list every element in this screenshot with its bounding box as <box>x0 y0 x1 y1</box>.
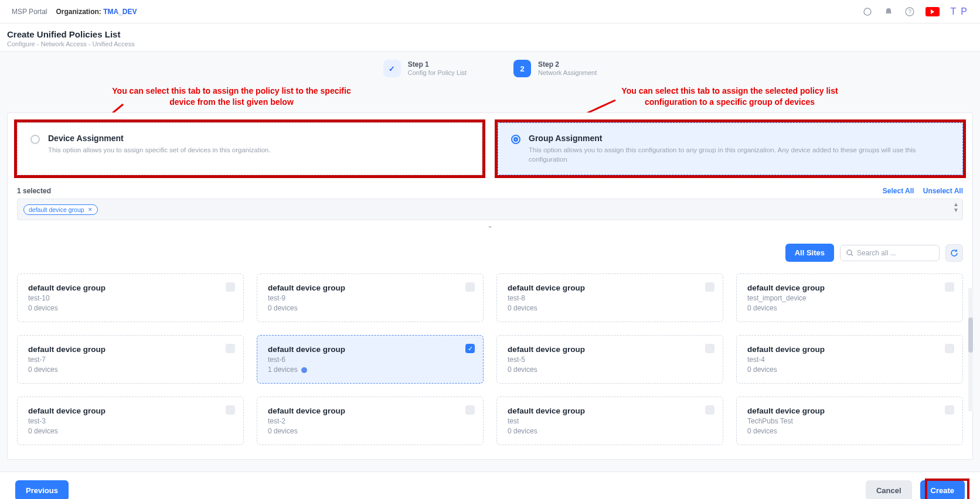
group-checkbox[interactable] <box>465 405 475 415</box>
selection-count: 1 selected <box>17 187 51 195</box>
stepper: ✓ Step 1 Config for Policy List 2 Step 2… <box>7 52 973 82</box>
group-card[interactable]: default device grouptest-90 devices <box>257 274 484 322</box>
all-sites-button[interactable]: All Sites <box>785 244 834 262</box>
group-sub: test-10 <box>28 294 233 302</box>
group-sub: test-4 <box>747 356 952 364</box>
group-name: default device group <box>28 406 233 415</box>
step-1[interactable]: ✓ Step 1 Config for Policy List <box>383 60 467 77</box>
group-card[interactable]: default device grouptest-61 devices✓ <box>257 335 484 384</box>
spinner-down-icon[interactable]: ▼ <box>953 207 959 213</box>
topbar: MSP Portal Organization: TMA_DEV ? T P <box>0 0 980 23</box>
device-assignment-card[interactable]: Device Assignment This option allows you… <box>17 122 482 175</box>
previous-button[interactable]: Previous <box>15 480 69 499</box>
circle-icon[interactable] <box>862 6 873 17</box>
group-name: default device group <box>28 345 233 354</box>
group-card[interactable]: default device grouptest-50 devices <box>496 335 723 384</box>
group-card[interactable]: default device grouptest-40 devices <box>736 335 963 384</box>
step1-name: Step 1 <box>408 60 467 69</box>
step1-desc: Config for Policy List <box>408 69 467 77</box>
group-device-count: 0 devices <box>747 365 952 374</box>
group-name: default device group <box>268 406 472 415</box>
group-checkbox[interactable] <box>226 405 235 415</box>
group-checkbox[interactable] <box>705 405 714 415</box>
group-name: default device group <box>508 406 712 415</box>
device-assignment-desc: This option allows you to assign specifi… <box>48 145 271 155</box>
youtube-icon[interactable] <box>925 7 940 16</box>
group-sub: test-6 <box>268 356 472 364</box>
page-header: Create Unified Policies List Configure -… <box>0 23 980 52</box>
group-name: default device group <box>508 345 712 354</box>
selected-chip[interactable]: default device group ✕ <box>23 204 98 215</box>
chevron-down-icon[interactable]: ⌄ <box>17 221 963 230</box>
radio-icon[interactable] <box>511 135 520 144</box>
group-checkbox[interactable]: ✓ <box>465 344 475 353</box>
footer: Previous Cancel Create <box>0 471 980 499</box>
group-assignment-title: Group Assignment <box>529 134 950 143</box>
crumb-network-access[interactable]: Network Access <box>40 40 86 47</box>
cancel-button[interactable]: Cancel <box>866 480 912 499</box>
svg-line-6 <box>851 254 853 256</box>
breadcrumb: Configure - Network Access - Unified Acc… <box>7 40 973 47</box>
selected-chip-bar[interactable]: default device group ✕ ▲ ▼ <box>17 199 963 220</box>
group-sub: test-7 <box>28 356 233 364</box>
step-2[interactable]: 2 Step 2 Network Assignment <box>513 60 597 77</box>
group-card[interactable]: default device grouptest-30 devices <box>17 397 244 445</box>
page-title: Create Unified Policies List <box>7 29 973 39</box>
bell-icon[interactable] <box>883 6 894 17</box>
group-assignment-card[interactable]: Group Assignment This option allows you … <box>498 122 963 175</box>
annotation-left: You can select this tab to assign the po… <box>108 86 355 108</box>
group-checkbox[interactable] <box>705 344 714 353</box>
search-input[interactable]: Search all ... <box>840 245 940 261</box>
group-card[interactable]: default device grouptest-100 devices <box>17 274 244 322</box>
group-sub: test-8 <box>508 294 712 302</box>
group-sub: test-9 <box>268 294 472 302</box>
group-device-count: 0 devices <box>28 365 233 374</box>
group-checkbox[interactable] <box>226 282 235 292</box>
group-name: default device group <box>747 345 952 354</box>
group-device-count: 0 devices <box>747 427 952 435</box>
chip-close-icon[interactable]: ✕ <box>88 207 93 213</box>
crumb-unified-access[interactable]: Unified Access <box>93 40 135 47</box>
search-placeholder: Search all ... <box>857 249 896 257</box>
group-checkbox[interactable] <box>945 405 954 415</box>
group-sub: test-5 <box>508 356 712 364</box>
org-label: Organization: <box>56 8 101 16</box>
refresh-button[interactable] <box>945 244 963 262</box>
device-assignment-title: Device Assignment <box>48 134 271 143</box>
scroll-thumb[interactable] <box>968 317 973 353</box>
group-card[interactable]: default device grouptest-70 devices <box>17 335 244 384</box>
group-device-count: 0 devices <box>508 427 712 435</box>
group-card[interactable]: default device grouptest_import_device0 … <box>736 274 963 322</box>
user-initials[interactable]: T P <box>950 6 968 17</box>
group-device-count: 0 devices <box>28 304 233 312</box>
group-checkbox[interactable] <box>945 344 954 353</box>
radio-icon[interactable] <box>30 135 40 144</box>
group-device-count: 0 devices <box>747 304 952 312</box>
svg-point-5 <box>847 250 852 255</box>
select-all-link[interactable]: Select All <box>883 187 914 195</box>
unselect-all-link[interactable]: Unselect All <box>923 187 963 195</box>
group-device-count: 0 devices <box>508 304 712 312</box>
group-name: default device group <box>508 283 712 292</box>
svg-point-0 <box>864 8 871 15</box>
group-card[interactable]: default device grouptest-20 devices <box>257 397 484 445</box>
help-icon[interactable]: ? <box>904 6 915 17</box>
group-card[interactable]: default device grouptest-80 devices <box>496 274 723 322</box>
svg-text:?: ? <box>908 9 912 15</box>
group-checkbox[interactable] <box>705 282 714 292</box>
group-checkbox[interactable] <box>226 344 235 353</box>
group-checkbox[interactable] <box>465 282 475 292</box>
crumb-configure[interactable]: Configure <box>7 40 35 47</box>
group-name: default device group <box>747 406 952 415</box>
group-device-count: 0 devices <box>28 427 233 435</box>
step2-desc: Network Assignment <box>538 69 597 77</box>
org-value[interactable]: TMA_DEV <box>103 8 137 16</box>
group-checkbox[interactable] <box>945 282 954 292</box>
create-button[interactable]: Create <box>920 480 965 499</box>
group-card[interactable]: default device groupTechPubs Test0 devic… <box>736 397 963 445</box>
vertical-scrollbar[interactable] <box>968 288 973 411</box>
group-sub: TechPubs Test <box>747 417 952 425</box>
group-card[interactable]: default device grouptest0 devices <box>496 397 723 445</box>
group-name: default device group <box>747 283 952 292</box>
group-sub: test <box>508 417 712 425</box>
